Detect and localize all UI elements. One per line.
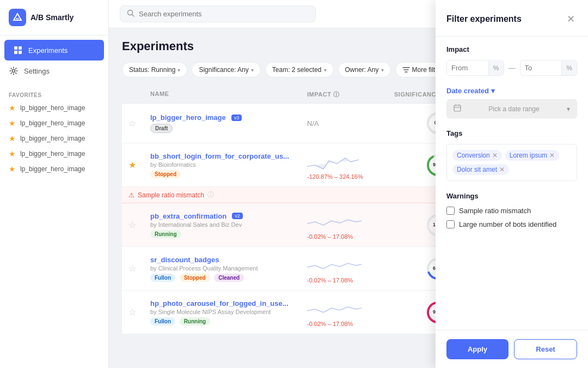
chevron-down-icon: ▾: [324, 67, 327, 73]
favorites-section-title: Favorites: [0, 86, 108, 100]
experiments-nav-label: Experiments: [28, 46, 68, 55]
filter-panel-footer: Apply Reset: [436, 330, 588, 368]
impact-value: N/A: [307, 119, 394, 128]
name-col-header: NAME: [150, 91, 307, 99]
svg-rect-1: [19, 46, 22, 50]
app-name: A/B Smartly: [30, 13, 74, 22]
date-picker-button[interactable]: Pick a date range ▾: [446, 99, 577, 118]
fav-item-1[interactable]: ★ lp_bigger_hero_image: [0, 100, 108, 116]
warning-checkbox-2[interactable]: Large number of bots identified: [446, 220, 577, 228]
warnings-filter-section: Warnings Sample ratio mismatch Large num…: [446, 192, 577, 228]
owner-filter[interactable]: Owner: Any ▾: [338, 62, 391, 77]
warning-text: Sample ratio mismatch: [138, 191, 204, 199]
close-filter-button[interactable]: ✕: [565, 11, 577, 27]
star-toggle[interactable]: ☆: [128, 118, 150, 129]
experiment-name: pb_extra_confirmation: [150, 212, 226, 220]
version-badge: v3: [231, 114, 242, 121]
tag-chip-lorem: Lorem ipsum ✕: [505, 150, 559, 161]
star-icon: ★: [9, 165, 16, 173]
version-badge: v2: [232, 213, 243, 219]
filter-panel-header: Filter experiments ✕: [436, 0, 588, 37]
fav-item-3[interactable]: ★ lp_bigger_hero_image: [0, 131, 108, 146]
bots-checkbox[interactable]: [446, 220, 455, 228]
sidebar: A/B Smartly Experiments Settings: [0, 0, 109, 368]
experiment-name: lp_bigger_hero_image: [150, 113, 226, 122]
experiments-icon: [13, 45, 23, 55]
apply-filter-button[interactable]: Apply: [446, 339, 509, 359]
date-filter-header: Date created ▾: [446, 87, 577, 95]
status-filter[interactable]: Status: Running ▾: [122, 62, 187, 77]
experiment-owner: by Clinical Process Quality Management: [150, 265, 307, 272]
sample-ratio-checkbox[interactable]: [446, 207, 455, 215]
tags-container: Conversion ✕ Lorem ipsum ✕ Dolor sit ame…: [446, 144, 577, 181]
significance-filter[interactable]: Significance: Any ▾: [192, 62, 260, 77]
chevron-down-icon: ▾: [567, 105, 570, 113]
settings-nav-label: Settings: [24, 67, 50, 75]
search-input[interactable]: [139, 10, 309, 18]
filter-panel: Filter experiments ✕ Impact % — %: [436, 0, 588, 368]
warning-checkbox-1[interactable]: Sample ratio mismatch: [446, 207, 577, 215]
tag-remove-button[interactable]: ✕: [499, 166, 505, 173]
chevron-down-icon: ▾: [251, 67, 254, 73]
status-badge-cleaned: Cleaned: [214, 274, 244, 282]
search-icon: [127, 9, 134, 19]
impact-value: -0.02% – 17.08%: [307, 210, 394, 240]
impact-range-row: % — %: [446, 60, 577, 76]
experiment-name: sr_discount_badges: [150, 256, 219, 264]
fav-item-2[interactable]: ★ lp_bigger_hero_image: [0, 116, 108, 131]
date-placeholder: Pick a date range: [488, 105, 539, 113]
chevron-down-icon: ▾: [491, 87, 495, 95]
warning-info-icon: ⓘ: [207, 190, 214, 200]
reset-filter-button[interactable]: Reset: [514, 339, 577, 359]
sidebar-item-settings[interactable]: Settings: [0, 61, 108, 81]
warning-icon: ⚠: [128, 191, 134, 199]
sidebar-item-experiments[interactable]: Experiments: [4, 40, 104, 61]
impact-value: -0.02% – 17.08%: [307, 297, 394, 327]
experiment-owner: by Single Molecule NIPS Assay Developmen…: [150, 309, 307, 315]
chevron-down-icon: ▾: [177, 67, 180, 73]
team-filter[interactable]: Team: 2 selected ▾: [265, 62, 334, 77]
sidebar-logo: A/B Smartly: [0, 0, 108, 35]
status-badge: Stopped: [150, 170, 181, 178]
fav-item-4[interactable]: ★ lp_bigger_hero_image: [0, 146, 108, 161]
impact-from-input[interactable]: %: [446, 60, 504, 76]
date-created-label[interactable]: Date created ▾: [446, 87, 495, 95]
star-toggle[interactable]: ★: [128, 160, 150, 170]
impact-to-field[interactable]: [520, 61, 562, 75]
range-dash: —: [509, 64, 516, 72]
sidebar-nav: Experiments Settings: [0, 35, 108, 86]
impact-filter-section: Impact % — %: [446, 45, 577, 76]
calendar-icon: [454, 104, 461, 113]
impact-filter-label: Impact: [446, 45, 577, 53]
date-filter-section: Date created ▾ Pick a date range ▾: [446, 87, 577, 118]
star-toggle[interactable]: ☆: [128, 307, 150, 317]
star-icon: ★: [9, 134, 16, 143]
impact-from-field[interactable]: [447, 61, 488, 75]
chevron-down-icon: ▾: [381, 67, 384, 73]
svg-rect-3: [19, 51, 22, 54]
star-toggle[interactable]: ☆: [128, 263, 150, 274]
filter-panel-body: Impact % — % Date created ▾: [436, 37, 588, 330]
tags-filter-label: Tags: [446, 129, 577, 137]
tag-chip-conversion: Conversion ✕: [452, 150, 502, 161]
star-icon: ★: [9, 104, 16, 112]
percent-sign: %: [488, 61, 504, 75]
svg-rect-2: [14, 51, 17, 54]
status-badge-running: Running: [180, 317, 211, 325]
star-toggle[interactable]: ☆: [128, 220, 150, 230]
impact-col-header: IMPACT ⓘ: [307, 91, 394, 99]
star-icon: ★: [9, 119, 16, 128]
tag-remove-button[interactable]: ✕: [492, 152, 498, 159]
status-badge-fullon: Fullon: [150, 317, 175, 325]
percent-sign: %: [561, 61, 577, 75]
impact-to-input[interactable]: %: [520, 60, 578, 76]
status-badge: Running: [150, 230, 181, 238]
status-badge: Draft: [150, 124, 173, 133]
fav-item-5[interactable]: ★ lp_bigger_hero_image: [0, 161, 108, 177]
svg-point-4: [13, 70, 15, 73]
experiment-name: bb_short_login_form_for_corporate_us...: [150, 152, 289, 160]
search-box[interactable]: [120, 5, 316, 22]
svg-rect-21: [454, 105, 461, 111]
tags-filter-section: Tags Conversion ✕ Lorem ipsum ✕ Dolor si…: [446, 129, 577, 181]
tag-remove-button[interactable]: ✕: [549, 152, 555, 159]
